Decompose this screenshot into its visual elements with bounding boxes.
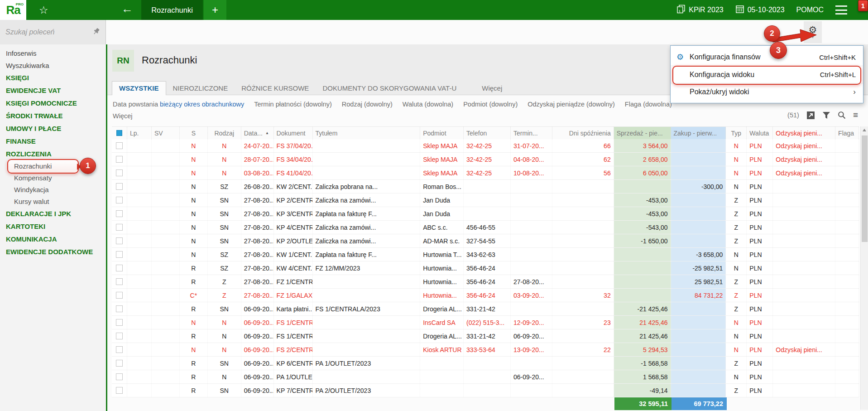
tab-wi-cej[interactable]: Więcej	[475, 82, 509, 95]
column-header-sv[interactable]: SV	[152, 127, 180, 139]
column-header-odzyskaj[interactable]: Odzyskaj pieni...	[773, 127, 835, 139]
table-row[interactable]: NSN27-08-20...KP 2/OUTLE...Zaliczka na z…	[112, 234, 859, 248]
cell-check[interactable]	[112, 221, 127, 234]
menu-item-konfiguracja-widoku[interactable]: Konfiguracja widokuCtrl+Shift+L	[671, 66, 863, 83]
sidebar-item-ksi-gi-pomocnicze[interactable]: KSIĘGI POMOCNICZE	[0, 97, 106, 110]
row-checkbox[interactable]	[116, 224, 123, 231]
row-checkbox[interactable]	[116, 373, 123, 380]
search-icon[interactable]	[838, 111, 846, 119]
row-checkbox[interactable]	[116, 265, 123, 271]
filter-data-powstania[interactable]: Data powstania bieżący okres obrachunkow…	[113, 101, 244, 108]
row-checkbox[interactable]	[116, 197, 123, 203]
vertical-scrollbar[interactable]	[860, 126, 868, 410]
menu-item-konfiguracja-finans-w[interactable]: ⚙Konfiguracja finansówCtrl+Shift+K	[671, 48, 863, 66]
column-header-s[interactable]: S	[180, 127, 208, 139]
row-checkbox[interactable]	[116, 319, 123, 326]
cell-check[interactable]	[112, 180, 127, 193]
filter-rodzaj-dowolny[interactable]: Rodzaj (dowolny)	[342, 101, 393, 108]
row-checkbox[interactable]	[116, 142, 123, 149]
menu-item-poka-ukryj-widoki[interactable]: Pokaż/ukryj widoki›	[671, 83, 863, 100]
cell-check[interactable]	[112, 193, 127, 207]
cell-check[interactable]	[112, 357, 127, 370]
table-row[interactable]: NN06-09-20...FS 2/CENTR...Kiosk ARTUR333…	[112, 343, 859, 357]
column-header-lp[interactable]: Lp.	[127, 127, 152, 139]
table-row[interactable]: RN06-09-20...PA 1/OUTLE...06-09-20...1 5…	[112, 370, 859, 384]
column-header-zakup[interactable]: Zakup - pierw...	[671, 127, 726, 139]
table-row[interactable]: RSN06-09-20...KP 7/CENTR...PA 2/OUTLET/2…	[112, 384, 859, 397]
scroll-up-icon[interactable]	[863, 129, 866, 131]
table-row[interactable]: NSZ26-08-20...KW 2/CENT...Zaliczka pobra…	[112, 180, 859, 193]
row-checkbox[interactable]	[116, 360, 123, 367]
row-checkbox[interactable]	[116, 169, 123, 176]
cell-check[interactable]	[112, 248, 127, 261]
favorites-star-icon[interactable]: ☆	[39, 4, 48, 16]
column-header-dni[interactable]: Dni spóźnienia	[552, 127, 614, 139]
filter-flaga-dowolna[interactable]: Flaga (dowolna)	[625, 101, 672, 108]
sidebar-item-wyszukiwarka[interactable]: Wyszukiwarka	[0, 59, 106, 72]
command-search-input[interactable]: Szukaj poleceń	[0, 20, 106, 44]
sidebar-item-komunikacja[interactable]: KOMUNIKACJA	[0, 233, 106, 246]
column-header-telefon[interactable]: Telefon	[464, 127, 511, 139]
table-row[interactable]: RSN06-09-20...KP 6/CENTR...PA 1/OUTLET/2…	[112, 357, 859, 370]
table-row[interactable]: NN06-09-20...FS 1/CENTR...InsCard SA(022…	[112, 316, 859, 329]
sidebar-item-infoserwis[interactable]: Infoserwis	[0, 47, 106, 59]
cell-check[interactable]	[112, 289, 127, 302]
row-checkbox[interactable]	[116, 237, 123, 244]
list-menu-icon[interactable]: ≡	[853, 110, 858, 120]
cell-check[interactable]	[112, 234, 127, 247]
table-row[interactable]: NN03-08-20...FS 41/04/20...Sklep MAJA32-…	[112, 166, 859, 180]
column-header-podmiot[interactable]: Podmiot	[420, 127, 464, 139]
filter-waluta-dowolna[interactable]: Waluta (dowolna)	[403, 101, 453, 108]
main-menu-icon[interactable]	[835, 5, 847, 15]
column-header-rodzaj[interactable]: Rodzaj	[208, 127, 241, 139]
cell-check[interactable]	[112, 139, 127, 152]
sidebar-item-ksi-gi[interactable]: KSIĘGI	[0, 72, 106, 84]
filter-podmiot-dowolny[interactable]: Podmiot (dowolny)	[463, 101, 518, 108]
table-row[interactable]: C*Z27-08-20...FZ 1/GALAX...Hurtownia...3…	[112, 289, 859, 302]
row-checkbox[interactable]	[116, 387, 123, 394]
row-checkbox[interactable]	[116, 333, 123, 339]
filter-odzyskaj-pieni-dze-dowolny[interactable]: Odzyskaj pieniądze (dowolny)	[528, 101, 615, 108]
tab-r-nice-kursowe[interactable]: RÓŻNICE KURSOWE	[235, 82, 316, 95]
cell-check[interactable]	[112, 343, 127, 356]
table-row[interactable]: NSN27-08-20...KP 2/CENTR...Zaliczka na z…	[112, 193, 859, 207]
sidebar-item-windykacja[interactable]: Windykacja	[0, 184, 106, 196]
cell-check[interactable]	[112, 166, 127, 179]
sidebar-item-finanse[interactable]: FINANSE	[0, 135, 106, 148]
column-header-termin[interactable]: Termin...	[511, 127, 552, 139]
table-row[interactable]: RZ27-08-20...FZ 1/CENTR...Hurtownia...35…	[112, 275, 859, 289]
table-row[interactable]: NSN27-08-20...KP 3/CENTR...Zapłata na fa…	[112, 207, 859, 221]
tab-nierozliczone[interactable]: NIEROZLICZONE	[166, 82, 235, 95]
tab-dokumenty-do-skorygowania-vat-u[interactable]: DOKUMENTY DO SKORYGOWANIA VAT-U	[316, 82, 463, 95]
app-logo[interactable]: Ra PRO	[0, 0, 26, 20]
cell-check[interactable]	[112, 207, 127, 220]
row-checkbox[interactable]	[116, 156, 123, 163]
cell-check[interactable]	[112, 275, 127, 288]
help-menu[interactable]: POMOC	[796, 6, 824, 14]
column-header-select-all[interactable]	[112, 127, 127, 139]
column-header-flaga[interactable]: Flaga	[835, 127, 859, 139]
table-row[interactable]: NN24-07-20...FS 37/04/20...Sklep MAJA32-…	[112, 139, 859, 153]
sidebar-item-rozrachunki[interactable]: Rozrachunki1	[0, 160, 106, 172]
export-icon[interactable]	[806, 111, 815, 120]
table-row[interactable]: NSN27-08-20...KP 4/CENTR...Zaliczka na z…	[112, 221, 859, 234]
filter-termin-p-atno-ci-dowolny[interactable]: Termin płatności (dowolny)	[254, 101, 332, 108]
table-row[interactable]: RSN06-09-20...Karta płatni...FS 1/CENTRA…	[112, 302, 859, 316]
column-header-dokument[interactable]: Dokument	[274, 127, 313, 139]
row-checkbox[interactable]	[116, 251, 123, 258]
sidebar-item-ewidencje-vat[interactable]: EWIDENCJE VAT	[0, 84, 106, 97]
column-header-waluta[interactable]: Waluta	[747, 127, 773, 139]
sidebar-item-kompensaty[interactable]: Kompensaty	[0, 172, 106, 184]
filter-icon[interactable]	[822, 111, 830, 119]
sidebar-item-umowy-i-p-ace[interactable]: UMOWY I PŁACE	[0, 122, 106, 135]
filter-more-link[interactable]: Więcej	[113, 112, 133, 120]
module-tab-rozrachunki[interactable]: Rozrachunki	[141, 0, 203, 20]
sidebar-item-ewidencje-dodatkowe[interactable]: EWIDENCJE DODATKOWE	[0, 246, 106, 258]
column-header-sprzedaz[interactable]: Sprzedaż - pie...	[614, 127, 671, 139]
scrollbar-thumb[interactable]	[862, 135, 868, 242]
cell-check[interactable]	[112, 370, 127, 383]
pin-icon[interactable]	[92, 28, 100, 37]
table-row[interactable]: NSZ27-08-20...KW 1/CENT...Zapłata na fak…	[112, 248, 859, 261]
cell-check[interactable]	[112, 329, 127, 343]
sidebar-item-deklaracje-i-jpk[interactable]: DEKLARACJE I JPK	[0, 208, 106, 220]
